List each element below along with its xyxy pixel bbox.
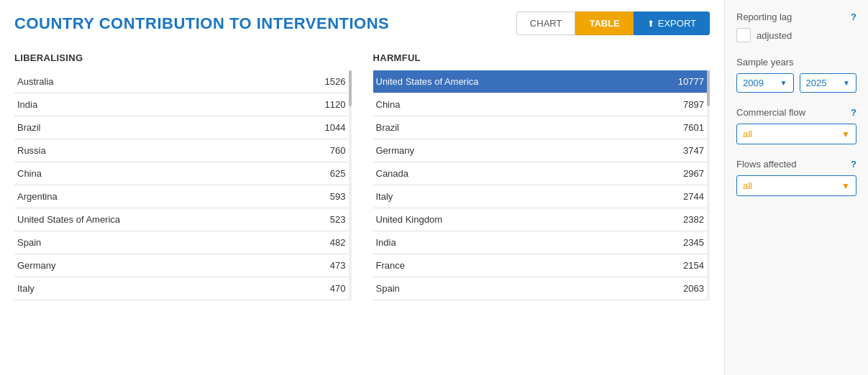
commercial-flow-label: Commercial flow bbox=[736, 107, 805, 118]
country-name-cell: Brazil bbox=[14, 116, 250, 139]
flows-affected-label: Flows affected bbox=[736, 159, 797, 170]
country-value-cell: 470 bbox=[250, 277, 352, 300]
country-name-cell: Italy bbox=[14, 277, 250, 300]
country-name-cell: Spain bbox=[373, 277, 609, 300]
table-row[interactable]: United Kingdom2382 bbox=[373, 208, 711, 231]
year-start-chevron-icon: ▼ bbox=[780, 79, 787, 87]
sample-years-section: Sample years 2009 ▼ 2025 ▼ bbox=[736, 57, 856, 93]
scroll-thumb-harm[interactable] bbox=[707, 70, 710, 106]
table-row[interactable]: Spain482 bbox=[14, 231, 352, 254]
table-row[interactable]: Brazil1044 bbox=[14, 116, 352, 139]
adjusted-label: adjusted bbox=[757, 30, 792, 41]
table-row[interactable]: Italy2744 bbox=[373, 185, 711, 208]
table-row[interactable]: Russia760 bbox=[14, 139, 352, 162]
country-value-cell: 593 bbox=[250, 185, 352, 208]
reporting-lag-section: Reporting lag ? adjusted bbox=[736, 11, 856, 42]
country-value-cell: 1044 bbox=[250, 116, 352, 139]
country-name-cell: France bbox=[373, 254, 609, 277]
country-name-cell: United Kingdom bbox=[373, 208, 609, 231]
flows-affected-section: Flows affected ? all ▼ bbox=[736, 159, 856, 196]
country-value-cell: 1120 bbox=[250, 93, 352, 116]
liberalising-table: Australia1526India1120Brazil1044Russia76… bbox=[14, 70, 352, 300]
country-value-cell: 7601 bbox=[608, 116, 710, 139]
table-row[interactable]: United States of America10777 bbox=[373, 70, 711, 93]
table-row[interactable]: United States of America523 bbox=[14, 208, 352, 231]
chart-button[interactable]: CHART bbox=[516, 11, 576, 35]
harmful-heading: HARMFUL bbox=[373, 50, 711, 70]
country-name-cell: Germany bbox=[14, 254, 250, 277]
year-end-chevron-icon: ▼ bbox=[843, 79, 850, 87]
scroll-track-lib bbox=[349, 70, 352, 300]
reporting-lag-label: Reporting lag bbox=[736, 11, 792, 22]
table-row[interactable]: Italy470 bbox=[14, 277, 352, 300]
commercial-flow-section: Commercial flow ? all ▼ bbox=[736, 107, 856, 144]
table-row[interactable]: China625 bbox=[14, 162, 352, 185]
table-row[interactable]: Argentina593 bbox=[14, 185, 352, 208]
commercial-flow-chevron-icon: ▼ bbox=[841, 129, 850, 139]
sample-years-label: Sample years bbox=[736, 57, 793, 68]
harmful-section: HARMFUL United States of America10777Chi… bbox=[373, 50, 711, 300]
year-start-select[interactable]: 2009 ▼ bbox=[736, 73, 794, 93]
country-value-cell: 625 bbox=[250, 162, 352, 185]
flows-affected-select[interactable]: all ▼ bbox=[736, 175, 856, 196]
harmful-table: United States of America10777China7897Br… bbox=[373, 70, 711, 300]
country-value-cell: 2382 bbox=[608, 208, 710, 231]
country-name-cell: Spain bbox=[14, 231, 250, 254]
commercial-flow-select[interactable]: all ▼ bbox=[736, 124, 856, 144]
reporting-lag-help-icon[interactable]: ? bbox=[851, 11, 856, 22]
country-value-cell: 473 bbox=[250, 254, 352, 277]
country-value-cell: 1526 bbox=[250, 70, 352, 93]
country-value-cell: 2744 bbox=[608, 185, 710, 208]
table-row[interactable]: Germany473 bbox=[14, 254, 352, 277]
country-name-cell: Russia bbox=[14, 139, 250, 162]
liberalising-section: LIBERALISING Australia1526India1120Brazi… bbox=[14, 50, 352, 300]
adjusted-checkbox[interactable] bbox=[736, 28, 751, 42]
country-name-cell: Brazil bbox=[373, 116, 609, 139]
country-name-cell: Argentina bbox=[14, 185, 250, 208]
table-row[interactable]: Spain2063 bbox=[373, 277, 711, 300]
table-row[interactable]: France2154 bbox=[373, 254, 711, 277]
commercial-flow-help-icon[interactable]: ? bbox=[851, 107, 856, 118]
country-name-cell: China bbox=[373, 93, 609, 116]
table-row[interactable]: India2345 bbox=[373, 231, 711, 254]
country-name-cell: India bbox=[373, 231, 609, 254]
table-button[interactable]: TABLE bbox=[575, 11, 633, 35]
table-row[interactable]: Canada2967 bbox=[373, 162, 711, 185]
country-name-cell: Canada bbox=[373, 162, 609, 185]
country-value-cell: 10777 bbox=[608, 70, 710, 93]
country-value-cell: 2154 bbox=[608, 254, 710, 277]
country-value-cell: 2967 bbox=[608, 162, 710, 185]
country-name-cell: China bbox=[14, 162, 250, 185]
country-name-cell: United States of America bbox=[14, 208, 250, 231]
country-value-cell: 7897 bbox=[608, 93, 710, 116]
toolbar: CHART TABLE ⬆ EXPORT bbox=[516, 11, 710, 35]
country-value-cell: 482 bbox=[250, 231, 352, 254]
table-row[interactable]: Germany3747 bbox=[373, 139, 711, 162]
country-name-cell: Australia bbox=[14, 70, 250, 93]
country-value-cell: 3747 bbox=[608, 139, 710, 162]
table-row[interactable]: Brazil7601 bbox=[373, 116, 711, 139]
scroll-thumb-lib[interactable] bbox=[349, 70, 352, 106]
export-button[interactable]: ⬆ EXPORT bbox=[634, 11, 710, 35]
table-row[interactable]: China7897 bbox=[373, 93, 711, 116]
country-name-cell: India bbox=[14, 93, 250, 116]
flows-affected-help-icon[interactable]: ? bbox=[851, 159, 856, 170]
country-value-cell: 760 bbox=[250, 139, 352, 162]
sidebar: Reporting lag ? adjusted Sample years 20… bbox=[724, 0, 868, 375]
flows-affected-chevron-icon: ▼ bbox=[841, 181, 850, 191]
page-title: COUNTRY CONTRIBUTION TO INTERVENTIONS bbox=[14, 14, 389, 33]
country-value-cell: 523 bbox=[250, 208, 352, 231]
table-row[interactable]: India1120 bbox=[14, 93, 352, 116]
table-row[interactable]: Australia1526 bbox=[14, 70, 352, 93]
export-icon: ⬆ bbox=[647, 19, 654, 29]
year-end-select[interactable]: 2025 ▼ bbox=[800, 73, 857, 93]
country-name-cell: United States of America bbox=[373, 70, 609, 93]
country-name-cell: Germany bbox=[373, 139, 609, 162]
scroll-track-harm bbox=[707, 70, 710, 300]
country-value-cell: 2345 bbox=[608, 231, 710, 254]
country-name-cell: Italy bbox=[373, 185, 609, 208]
liberalising-heading: LIBERALISING bbox=[14, 50, 352, 70]
country-value-cell: 2063 bbox=[608, 277, 710, 300]
